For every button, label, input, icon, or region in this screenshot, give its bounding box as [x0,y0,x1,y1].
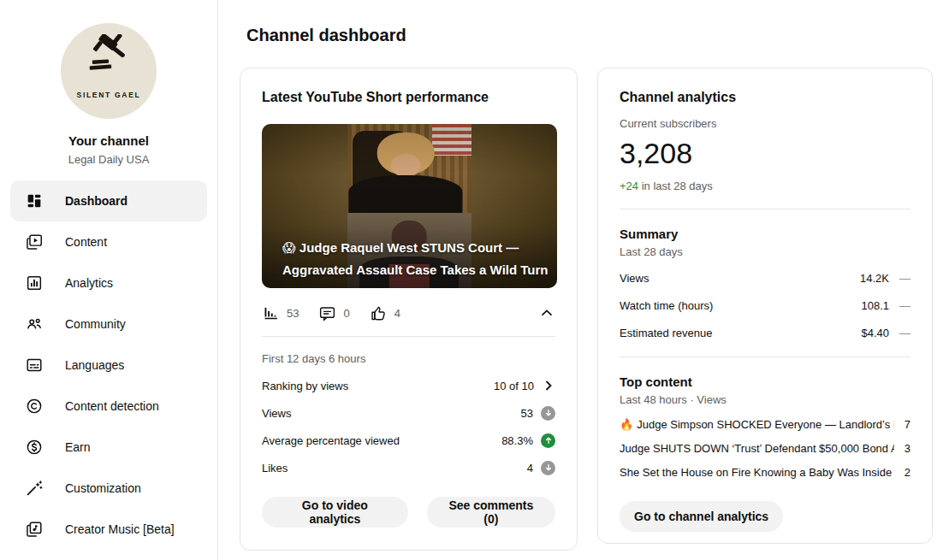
analytics-card-title: Channel analytics [620,89,910,105]
summary-title: Summary [620,227,910,241]
current-subscribers-label: Current subscribers [620,117,910,130]
go-to-video-analytics-button[interactable]: Go to video analytics [262,497,408,528]
views-bar-chart-icon [262,304,280,322]
customization-icon [24,478,44,498]
community-icon [24,314,44,334]
top-content-subtitle: Last 48 hours · Views [620,393,910,406]
views-count: 53 [287,307,299,320]
metric-row-ranking: Ranking by views 10 of 10 [262,372,555,399]
short-video-thumbnail[interactable]: 😱 Judge Raquel West STUNS Court — Aggrav… [262,124,557,288]
sidebar-item-content-detection[interactable]: Content detection [10,386,207,427]
period-label: First 12 days 6 hours [262,352,555,365]
top-content-row[interactable]: 🔥Judge Simpson SHOCKED Everyone — Landlo… [620,412,910,436]
sidebar-item-analytics[interactable]: Analytics [10,262,207,304]
collapse-button[interactable] [538,304,555,321]
languages-icon [24,355,44,375]
sidebar-menu: Dashboard Content [0,180,217,550]
content-icon [24,232,44,252]
dashboard-icon [24,191,44,211]
metric-row-avg-viewed: Average percentage viewed 88.3% [262,427,555,454]
go-to-channel-analytics-button[interactable]: Go to channel analytics [620,501,783,532]
see-comments-button[interactable]: See comments (0) [427,497,555,528]
thumbs-up-icon [370,304,388,322]
views-stat: 53 [262,304,299,322]
scream-emoji: 😱 [282,240,296,255]
sidebar-item-dashboard[interactable]: Dashboard [10,180,207,221]
channel-analytics-card: Channel analytics Current subscribers 3,… [597,68,933,544]
trend-up-icon [541,433,555,448]
metric-row-likes: Likes 4 [262,454,555,481]
main-content: Channel dashboard Latest YouTube Short p… [218,0,943,560]
divider [262,336,555,337]
short-card-title: Latest YouTube Short performance [262,89,555,105]
summary-subtitle: Last 28 days [620,245,910,258]
sidebar-item-label: Content detection [65,399,159,413]
sidebar-item-creator-music[interactable]: Creator Music [Beta] [10,509,207,550]
comments-stat: 0 [318,304,349,322]
avatar[interactable]: SILENT GAEL [61,23,157,119]
sidebar-item-languages[interactable]: Languages [10,345,207,386]
top-content-title: Top content [620,374,910,389]
sidebar-item-content[interactable]: Content [10,221,207,262]
analytics-icon [24,273,44,293]
chevron-right-icon[interactable] [542,379,555,392]
sidebar-item-label: Languages [65,358,124,372]
summary-row-views: Views 14.2K — [620,264,910,292]
sidebar-item-customization[interactable]: Customization [10,468,207,509]
chevron-up-icon [538,304,555,321]
video-title-overlay: 😱 Judge Raquel West STUNS Court — Aggrav… [282,237,550,282]
flat-trend-icon: — [899,272,910,285]
metric-row-views: Views 53 [262,399,555,427]
sidebar-item-community[interactable]: Community [10,304,207,345]
trend-down-icon [541,406,555,421]
likes-count: 4 [394,307,400,320]
sidebar-item-label: Earn [65,440,91,454]
summary-row-revenue: Estimated revenue $4.40 — [620,319,910,346]
sidebar-item-label: Community [65,317,126,331]
divider [620,209,910,209]
divider [620,357,910,357]
earn-icon [24,437,44,457]
subscribers-delta: +24 in last 28 days [620,180,910,192]
comments-count: 0 [343,307,349,320]
sidebar: SILENT GAEL Your channel Legal Daily USA… [0,0,218,560]
top-content-row[interactable]: Judge SHUTS DOWN ‘Trust’ Defendant $50,0… [620,436,910,460]
video-stats-row: 53 0 [262,303,555,323]
sidebar-item-label: Customization [65,481,141,495]
channel-handle: Legal Daily USA [0,153,217,166]
comment-icon [318,304,336,322]
app-window: SILENT GAEL Your channel Legal Daily USA… [0,0,943,560]
sidebar-item-label: Analytics [65,276,113,290]
summary-row-watch-time: Watch time (hours) 108.1 — [620,292,910,319]
flat-trend-icon: — [899,327,910,339]
sidebar-item-earn[interactable]: Earn [10,427,207,468]
content-detection-icon [24,396,44,416]
gavel-icon [81,34,136,85]
top-content-row[interactable]: She Set the House on Fire Knowing a Baby… [620,460,910,484]
creator-music-icon [24,519,44,539]
sidebar-item-label: Creator Music [Beta] [65,522,175,536]
page-title: Channel dashboard [246,26,933,45]
short-performance-card: Latest YouTube Short performance [240,68,578,551]
channel-name: Your channel [0,133,217,148]
avatar-brand-text: SILENT GAEL [61,91,157,99]
likes-stat: 4 [370,304,400,322]
flat-trend-icon: — [899,299,910,312]
trend-down-icon [541,461,555,475]
flame-icon: 🔥 [620,418,633,431]
sidebar-item-label: Dashboard [65,194,128,208]
sidebar-item-label: Content [65,235,107,249]
subscribers-count: 3,208 [620,137,910,170]
